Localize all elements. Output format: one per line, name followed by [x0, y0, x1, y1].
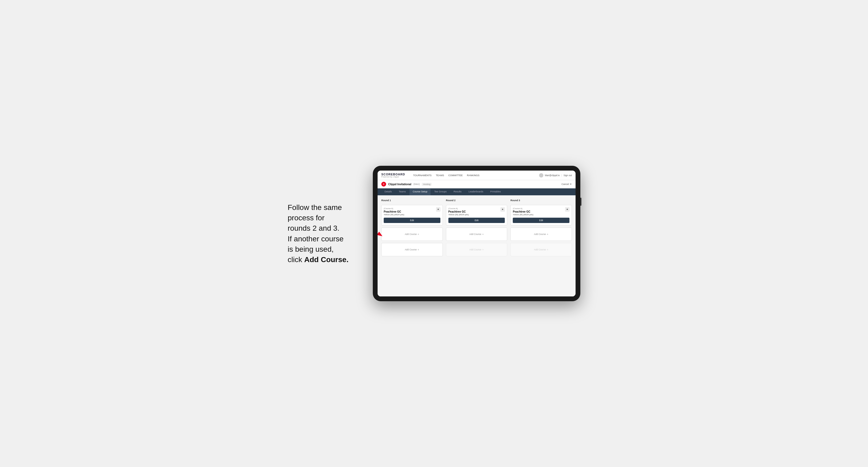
sub-nav: C Clippd Invitational (Men) Hosting Canc… [378, 180, 576, 188]
tablet-frame: SCOREBOARD Powered by clippd TOURNAMENTS… [373, 166, 580, 301]
nav-teams[interactable]: TEAMS [436, 174, 444, 177]
tablet-side-button [580, 198, 581, 206]
round-2-add-course-2: Add Course + [446, 243, 507, 256]
round-3-edit-button[interactable]: Edit [513, 218, 569, 223]
brand: SCOREBOARD Powered by clippd [381, 173, 405, 178]
course-3-delete-btn[interactable]: ✕ [565, 207, 569, 212]
tab-tee-groups[interactable]: Tee Groups [431, 188, 450, 195]
nav-tournaments[interactable]: TOURNAMENTS [413, 174, 431, 177]
tab-printables[interactable]: Printables [487, 188, 504, 195]
course-2-tee: Yellow (M) (6629 yds) [448, 213, 469, 216]
round-1-column: Round 1 (Course A) Peachtree GC Yellow (… [381, 199, 443, 256]
add-course-text-3: Add Course + [534, 232, 549, 236]
course-1-tee: Yellow (M) (6629 yds) [384, 213, 404, 216]
tournament-info: C Clippd Invitational (Men) Hosting [381, 182, 432, 187]
brand-title: SCOREBOARD [381, 173, 405, 176]
annotation-wrapper: Add Course + [381, 227, 443, 241]
add-course-text-1b: Add Course + [405, 248, 419, 251]
round-2-edit-button[interactable]: Edit [448, 218, 505, 223]
round-3-title: Round 3 [510, 199, 572, 202]
tournament-name: Clippd Invitational [388, 183, 411, 186]
course-1-delete-btn[interactable]: ✕ [436, 207, 440, 212]
round-1-course-card-1: (Course A) Peachtree GC Yellow (M) (6629… [381, 205, 443, 225]
tab-leaderboards[interactable]: Leaderboards [465, 188, 487, 195]
course-3-label: (Course A) [513, 207, 533, 210]
course-2-name: Peachtree GC [448, 210, 469, 213]
nav-committee[interactable]: COMMITTEE [448, 174, 463, 177]
cancel-icon: ✕ [570, 183, 572, 185]
round-1-add-course-1[interactable]: Add Course + [381, 227, 443, 241]
cancel-button[interactable]: Cancel ✕ [561, 183, 572, 185]
course-card-header-2: (Course A) Peachtree GC Yellow (M) (6629… [448, 207, 505, 217]
tab-teams[interactable]: Teams [396, 188, 409, 195]
tab-course-setup[interactable]: Course Setup [409, 188, 431, 195]
tournament-suffix: (Men) [413, 183, 420, 185]
hosting-badge: Hosting [422, 183, 432, 186]
course-3-name: Peachtree GC [513, 210, 533, 213]
round-2-add-course-1[interactable]: Add Course + [446, 227, 507, 241]
c-logo: C [381, 182, 386, 187]
nav-items: TOURNAMENTS TEAMS COMMITTEE RANKINGS [413, 174, 533, 177]
round-3-add-course-2: Add Course + [510, 243, 572, 256]
round-2-course-card-1: (Course A) Peachtree GC Yellow (M) (6629… [446, 205, 507, 225]
content-area: Round 1 (Course A) Peachtree GC Yellow (… [378, 195, 576, 297]
round-2-column: Round 2 (Course A) Peachtree GC Yellow (… [446, 199, 507, 256]
add-course-text-1: Add Course + [405, 232, 419, 236]
round-3-add-course-1[interactable]: Add Course + [510, 227, 572, 241]
brand-sub: Powered by clippd [381, 176, 405, 178]
rounds-grid: Round 1 (Course A) Peachtree GC Yellow (… [381, 199, 572, 256]
plus-icon-2: + [482, 232, 484, 236]
user-avatar [539, 173, 544, 178]
round-3-column: Round 3 (Course A) Peachtree GC Yellow (… [510, 199, 572, 256]
course-2-delete-btn[interactable]: ✕ [500, 207, 505, 212]
course-card-header: (Course A) Peachtree GC Yellow (M) (6629… [384, 207, 440, 217]
add-course-text-3b: Add Course + [534, 248, 549, 251]
round-1-title: Round 1 [381, 199, 443, 202]
nav-rankings[interactable]: RANKINGS [467, 174, 479, 177]
course-1-label: (Course A) [384, 207, 404, 210]
course-3-tee: Yellow (M) (6629 yds) [513, 213, 533, 216]
course-1-name: Peachtree GC [384, 210, 404, 213]
plus-icon-1b: + [417, 248, 419, 251]
instruction-text: Follow the sameprocess forrounds 2 and 3… [288, 202, 362, 265]
page-wrapper: Follow the sameprocess forrounds 2 and 3… [248, 166, 620, 301]
tab-bar: Details Teams Course Setup Tee Groups Re… [378, 188, 576, 195]
top-nav: SCOREBOARD Powered by clippd TOURNAMENTS… [378, 170, 576, 180]
course-card-header-3: (Course A) Peachtree GC Yellow (M) (6629… [513, 207, 569, 217]
nav-right: blair@clippd.io | Sign out [539, 173, 572, 178]
course-2-label: (Course A) [448, 207, 469, 210]
round-1-edit-button[interactable]: Edit [384, 218, 440, 223]
plus-icon-3b: + [547, 248, 548, 251]
round-2-title: Round 2 [446, 199, 507, 202]
pipe: | [561, 174, 562, 177]
user-email: blair@clippd.io [545, 174, 560, 177]
add-course-text-2: Add Course + [469, 232, 484, 236]
plus-icon-1: + [417, 232, 419, 236]
sign-out-link[interactable]: Sign out [564, 174, 572, 177]
round-1-add-course-2[interactable]: Add Course + [381, 243, 443, 256]
add-course-text-2b: Add Course + [469, 248, 484, 251]
tab-results[interactable]: Results [451, 188, 465, 195]
plus-icon-2b: + [482, 248, 484, 251]
tablet-screen: SCOREBOARD Powered by clippd TOURNAMENTS… [378, 170, 576, 297]
tab-details[interactable]: Details [381, 188, 395, 195]
plus-icon-3: + [547, 232, 548, 236]
round-3-course-card-1: (Course A) Peachtree GC Yellow (M) (6629… [510, 205, 572, 225]
